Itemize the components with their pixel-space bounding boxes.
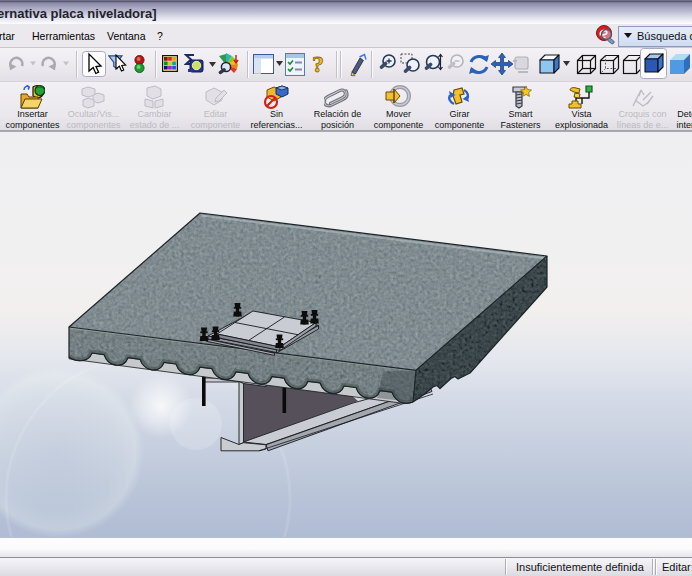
svg-text:?: ? [312,52,324,77]
